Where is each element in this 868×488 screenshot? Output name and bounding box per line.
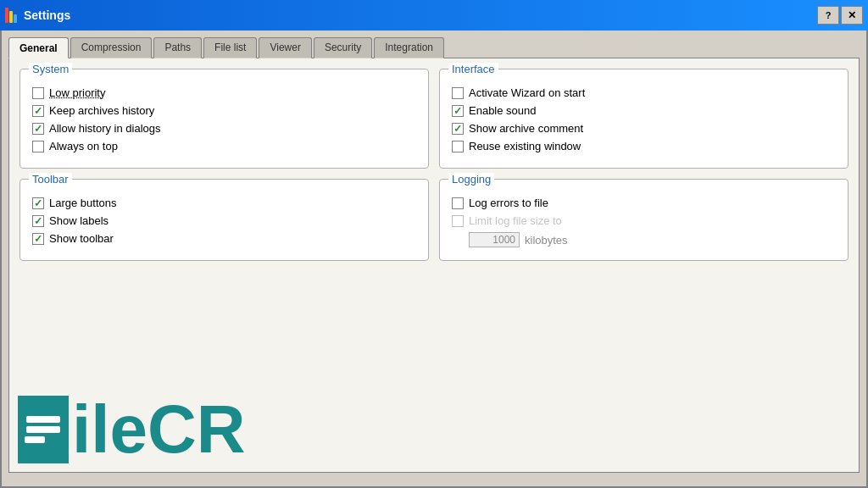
checkbox-large-buttons[interactable]: ✓ Large buttons	[32, 197, 416, 209]
tab-integration[interactable]: Integration	[374, 37, 444, 58]
cb-limit-log-label: Limit log file size to	[469, 214, 562, 227]
cb-keep-archives-history-label: Keep archives history	[49, 104, 154, 117]
cb-activate-wizard-box[interactable]	[452, 87, 464, 99]
titlebar-buttons: ? ✕	[817, 6, 863, 25]
close-button[interactable]: ✕	[841, 6, 863, 25]
checkbox-limit-log-size[interactable]: Limit log file size to	[452, 214, 836, 227]
cb-show-archive-comment-box[interactable]: ✓	[452, 123, 464, 135]
tab-viewer[interactable]: Viewer	[259, 37, 311, 58]
tab-content-general: System Low priority ✓ Keep archives hist…	[8, 58, 860, 473]
watermark-overlay: ileCR	[9, 336, 416, 472]
cb-always-on-top-box[interactable]	[32, 141, 44, 152]
titlebar-left: Settings	[5, 8, 70, 23]
cb-show-toolbar-box[interactable]: ✓	[32, 233, 44, 245]
cb-reuse-window-box[interactable]	[452, 141, 464, 152]
cb-log-errors-box[interactable]	[452, 197, 464, 209]
section-interface-title: Interface	[448, 63, 498, 75]
section-interface: Interface Activate Wizard on start ✓ Ena…	[439, 69, 849, 169]
cb-low-priority-label: Low priority	[49, 86, 105, 99]
checkbox-show-labels[interactable]: ✓ Show labels	[32, 214, 416, 227]
cb-low-priority-box[interactable]	[32, 87, 44, 99]
checkbox-keep-archives-history[interactable]: ✓ Keep archives history	[32, 104, 416, 117]
window-title: Settings	[24, 8, 70, 22]
cb-limit-log-box[interactable]	[452, 215, 464, 227]
cb-show-labels-label: Show labels	[49, 214, 108, 227]
cb-large-buttons-label: Large buttons	[49, 197, 117, 209]
checkbox-activate-wizard[interactable]: Activate Wizard on start	[452, 86, 836, 99]
section-toolbar: Toolbar ✓ Large buttons ✓ Show labels ✓ …	[19, 179, 429, 261]
watermark-icon-block	[18, 396, 69, 463]
settings-window: General Compression Paths File list View…	[0, 30, 868, 488]
tab-general[interactable]: General	[8, 37, 69, 58]
checkbox-always-on-top[interactable]: Always on top	[32, 140, 416, 152]
section-logging: Logging Log errors to file Limit log fil…	[439, 179, 849, 261]
app-icon	[5, 8, 17, 23]
log-input-row: kilobytes	[452, 232, 836, 247]
checkbox-enable-sound[interactable]: ✓ Enable sound	[452, 104, 836, 117]
watermark-text: ileCR	[72, 396, 246, 463]
checkbox-allow-history-in-dialogs[interactable]: ✓ Allow history in dialogs	[32, 122, 416, 135]
sections-grid: System Low priority ✓ Keep archives hist…	[19, 69, 849, 261]
section-system-title: System	[29, 63, 72, 75]
section-toolbar-title: Toolbar	[29, 173, 72, 186]
help-button[interactable]: ?	[817, 6, 839, 25]
cb-keep-archives-history-box[interactable]: ✓	[32, 105, 44, 117]
tab-compression[interactable]: Compression	[70, 37, 153, 58]
cb-allow-history-label: Allow history in dialogs	[49, 122, 161, 135]
section-system: System Low priority ✓ Keep archives hist…	[19, 69, 429, 169]
cb-show-labels-box[interactable]: ✓	[32, 215, 44, 227]
titlebar: Settings ? ✕	[0, 0, 868, 30]
cb-show-archive-comment-label: Show archive comment	[469, 122, 583, 135]
log-size-input[interactable]	[469, 232, 520, 247]
cb-large-buttons-box[interactable]: ✓	[32, 197, 44, 209]
watermark: ileCR	[18, 396, 246, 463]
cb-reuse-window-label: Reuse existing window	[469, 140, 581, 152]
cb-enable-sound-label: Enable sound	[469, 104, 537, 117]
tab-security[interactable]: Security	[314, 37, 372, 58]
cb-show-toolbar-label: Show toolbar	[49, 232, 114, 245]
log-size-unit: kilobytes	[525, 234, 568, 247]
checkbox-show-archive-comment[interactable]: ✓ Show archive comment	[452, 122, 836, 135]
checkbox-log-errors[interactable]: Log errors to file	[452, 197, 836, 209]
tab-paths[interactable]: Paths	[153, 37, 202, 58]
cb-enable-sound-box[interactable]: ✓	[452, 105, 464, 117]
tab-filelist[interactable]: File list	[203, 37, 257, 58]
section-logging-title: Logging	[448, 173, 494, 186]
cb-always-on-top-label: Always on top	[49, 140, 118, 152]
cb-activate-wizard-label: Activate Wizard on start	[469, 86, 585, 99]
tabs-container: General Compression Paths File list View…	[8, 37, 860, 58]
cb-allow-history-box[interactable]: ✓	[32, 123, 44, 135]
checkbox-low-priority[interactable]: Low priority	[32, 86, 416, 99]
checkbox-reuse-existing-window[interactable]: Reuse existing window	[452, 140, 836, 152]
cb-log-errors-label: Log errors to file	[469, 197, 548, 209]
checkbox-show-toolbar[interactable]: ✓ Show toolbar	[32, 232, 416, 245]
